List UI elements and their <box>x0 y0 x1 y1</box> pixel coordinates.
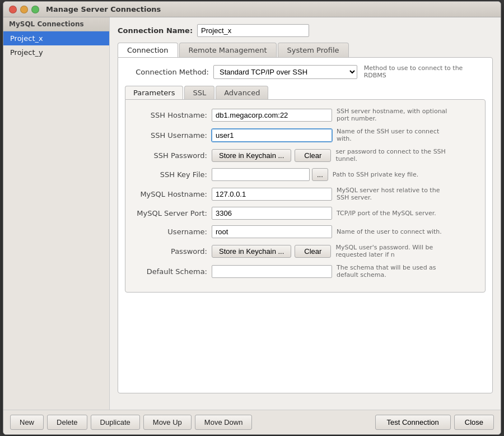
move-up-button[interactable]: Move Up <box>143 415 192 430</box>
ssh-password-keychain-row: Store in Keychain ... Clear <box>212 149 331 162</box>
username-input[interactable] <box>212 225 332 238</box>
tab-parameters[interactable]: Parameters <box>125 86 183 99</box>
ssh-hostname-input[interactable] <box>212 109 332 122</box>
ssh-username-hint: Name of the SSH user to connect with. <box>337 128 449 142</box>
inner-panel: SSH Hostname: SSH server hostname, with … <box>125 99 486 293</box>
content-panel: Connection Name: Connection Remote Manag… <box>110 17 501 410</box>
new-button[interactable]: New <box>10 415 44 430</box>
ssh-password-label: SSH Password: <box>134 151 207 160</box>
mysql-port-row: MySQL Server Port: TCP/IP port of the My… <box>134 207 476 220</box>
connection-method-row: Connection Method: Standard (TCP/IP) Loc… <box>125 64 486 79</box>
window-title: Manage Server Connections <box>46 5 161 13</box>
default-schema-hint: The schema that will be used as default … <box>337 264 449 279</box>
inner-tabs: Parameters SSL Advanced <box>125 86 486 99</box>
password-keychain-row: Store in Keychain ... Clear <box>212 245 331 258</box>
move-down-button[interactable]: Move Down <box>195 415 253 430</box>
main-layout: MySQL Connections Project_x Project_y Co… <box>3 17 501 410</box>
ssh-key-file-input-row: ... <box>212 168 328 181</box>
mysql-hostname-row: MySQL Hostname: MySQL server host relati… <box>134 187 476 201</box>
ssh-password-row: SSH Password: Store in Keychain ... Clea… <box>134 148 476 163</box>
connection-name-row: Connection Name: <box>118 24 493 37</box>
mysql-hostname-label: MySQL Hostname: <box>134 190 207 198</box>
ssh-key-file-input[interactable] <box>212 168 310 181</box>
test-connection-button[interactable]: Test Connection <box>375 415 451 430</box>
titlebar: Manage Server Connections <box>3 2 501 17</box>
ssh-key-file-hint: Path to SSH private key file. <box>333 171 418 178</box>
outer-tabs: Connection Remote Management System Prof… <box>118 43 493 57</box>
password-clear-button[interactable]: Clear <box>295 245 331 258</box>
minimize-traffic-light[interactable] <box>20 6 28 13</box>
tab-advanced[interactable]: Advanced <box>216 86 268 99</box>
ssh-key-browse-button[interactable]: ... <box>312 168 328 181</box>
password-store-keychain-button[interactable]: Store in Keychain ... <box>212 245 291 258</box>
close-traffic-light[interactable] <box>9 6 17 13</box>
default-schema-input[interactable] <box>212 265 332 278</box>
password-row: Password: Store in Keychain ... Clear My… <box>134 244 476 258</box>
mysql-hostname-input[interactable] <box>212 188 332 201</box>
default-schema-row: Default Schema: The schema that will be … <box>134 264 476 279</box>
ssh-hostname-row: SSH Hostname: SSH server hostname, with … <box>134 108 476 122</box>
connection-method-select[interactable]: Standard (TCP/IP) Local Socket/Pipe Stan… <box>213 65 357 79</box>
ssh-username-label: SSH Username: <box>134 131 207 140</box>
sidebar: MySQL Connections Project_x Project_y <box>3 17 110 410</box>
bottom-bar: New Delete Duplicate Move Up Move Down T… <box>3 410 501 434</box>
connection-name-input[interactable] <box>197 24 309 37</box>
ssh-username-input[interactable] <box>212 129 332 142</box>
password-label: Password: <box>134 247 207 256</box>
connection-method-hint: Method to use to connect to the RDBMS <box>364 64 486 79</box>
tab-remote-management[interactable]: Remote Management <box>179 43 277 57</box>
ssh-store-keychain-button[interactable]: Store in Keychain ... <box>212 149 291 162</box>
sidebar-item-project-x[interactable]: Project_x <box>3 31 109 45</box>
connection-name-label: Connection Name: <box>118 26 193 35</box>
username-row: Username: Name of the user to connect wi… <box>134 225 476 238</box>
ssh-clear-button[interactable]: Clear <box>295 149 331 162</box>
mysql-port-input[interactable] <box>212 207 332 220</box>
ssh-password-hint: ser password to connect to the SSH tunne… <box>335 148 447 163</box>
ssh-username-row: SSH Username: Name of the SSH user to co… <box>134 128 476 142</box>
tab-system-profile[interactable]: System Profile <box>278 43 349 57</box>
username-hint: Name of the user to connect with. <box>337 228 442 235</box>
password-hint: MySQL user's password. Will be requested… <box>335 244 447 258</box>
duplicate-button[interactable]: Duplicate <box>91 415 140 430</box>
traffic-lights <box>9 6 39 13</box>
ssh-key-file-label: SSH Key File: <box>134 170 207 179</box>
connection-method-label: Connection Method: <box>125 68 209 76</box>
mysql-port-label: MySQL Server Port: <box>134 209 207 217</box>
main-window: Manage Server Connections MySQL Connecti… <box>3 1 501 435</box>
close-button[interactable]: Close <box>454 415 494 430</box>
maximize-traffic-light[interactable] <box>31 6 39 13</box>
tab-connection[interactable]: Connection <box>118 43 178 57</box>
tab-ssl[interactable]: SSL <box>184 86 214 99</box>
sidebar-item-project-y[interactable]: Project_y <box>3 45 109 59</box>
username-label: Username: <box>134 228 207 236</box>
mysql-port-hint: TCP/IP port of the MySQL server. <box>337 210 436 217</box>
mysql-hostname-hint: MySQL server host relative to the SSH se… <box>337 187 449 201</box>
delete-button[interactable]: Delete <box>47 415 87 430</box>
outer-panel: Connection Method: Standard (TCP/IP) Loc… <box>118 57 493 393</box>
ssh-hostname-label: SSH Hostname: <box>134 111 207 119</box>
sidebar-header: MySQL Connections <box>3 17 109 31</box>
default-schema-label: Default Schema: <box>134 267 207 276</box>
ssh-hostname-hint: SSH server hostname, with optional port … <box>337 108 449 122</box>
ssh-key-file-row: SSH Key File: ... Path to SSH private ke… <box>134 168 476 181</box>
